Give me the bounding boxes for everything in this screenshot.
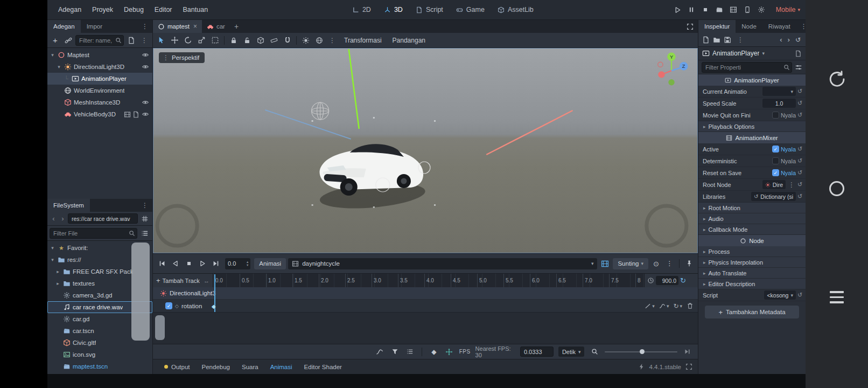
- panel-tab-output[interactable]: Output: [158, 364, 196, 370]
- filter-tracks-button[interactable]: [390, 346, 400, 357]
- android-back-button[interactable]: [827, 70, 846, 89]
- bezier-editor-button[interactable]: [375, 346, 385, 357]
- track-enabled-checkbox[interactable]: ✓: [165, 302, 172, 309]
- rotate-tool-button[interactable]: [182, 34, 194, 46]
- environment-preview-button[interactable]: [313, 34, 325, 46]
- open-docs-icon[interactable]: [795, 50, 802, 57]
- history-list-icon[interactable]: ↺: [794, 36, 802, 44]
- history-back-icon[interactable]: ‹: [50, 214, 58, 223]
- interpolation-dropdown[interactable]: ▾: [659, 303, 669, 309]
- toggle-split-mode-button[interactable]: [139, 213, 150, 224]
- fps-mode-button[interactable]: FPS: [459, 349, 471, 355]
- collapse-icon[interactable]: ▾: [50, 52, 55, 58]
- group-tracks-button[interactable]: [405, 346, 415, 357]
- filesystem-menu-icon[interactable]: ⋮: [137, 199, 152, 212]
- movie-maker-button[interactable]: [715, 5, 725, 15]
- anim-more-menu-icon[interactable]: ⋮: [664, 258, 675, 269]
- select-tool-button[interactable]: [155, 34, 167, 46]
- tab-filesystem[interactable]: FileSystem: [47, 199, 90, 212]
- menu-transformasi[interactable]: Transformasi: [339, 37, 387, 44]
- keyframe-diamond[interactable]: ◆: [212, 303, 216, 309]
- visibility-eye-icon[interactable]: [142, 63, 149, 71]
- snap-step-input[interactable]: [520, 347, 554, 357]
- ruler-tool-button[interactable]: [268, 34, 280, 46]
- view-axis-gizmo[interactable]: Y Z: [654, 51, 689, 87]
- scene-tab-maptest[interactable]: maptest ×: [153, 20, 202, 33]
- menu-pandangan[interactable]: Pandangan: [388, 37, 430, 44]
- group-process[interactable]: ▸ Process: [698, 246, 806, 257]
- scale-tool-button[interactable]: [195, 34, 208, 46]
- workspace-3d-button[interactable]: 3D: [378, 6, 409, 13]
- script-dropdown[interactable]: <kosong ▾: [764, 290, 796, 300]
- expand-bottom-panel-icon[interactable]: [685, 363, 692, 370]
- group-node-button[interactable]: [254, 34, 267, 46]
- loop-icon[interactable]: ↻: [680, 276, 686, 285]
- fs-item-maptest-tscn[interactable]: maptest.tscn: [47, 361, 152, 372]
- libraries-dictionary-button[interactable]: ↺ Dictionary (si: [751, 192, 796, 201]
- track-rotation-row[interactable]: ✓ ◇ rotation ▾ ▾ ↻▾: [153, 300, 698, 312]
- add-track-button[interactable]: +: [156, 276, 160, 285]
- preview-settings-icon[interactable]: ⋮: [326, 37, 338, 44]
- anim-skip-end-button[interactable]: [210, 258, 221, 269]
- instance-scene-button[interactable]: [62, 34, 74, 46]
- lock-node-button[interactable]: [227, 34, 240, 46]
- right-joystick-ring[interactable]: [647, 206, 687, 246]
- panel-tab-editor-shader[interactable]: Editor Shader: [298, 364, 348, 370]
- snap-keys-button[interactable]: [444, 346, 454, 357]
- viewport-3d[interactable]: ⋮ Perspektif Y Z: [153, 48, 698, 253]
- axis-neg-y-ball[interactable]: [668, 79, 674, 85]
- directional-light-gizmo[interactable]: [312, 102, 329, 120]
- anim-stop-button[interactable]: [183, 258, 194, 269]
- scene-node-maptest[interactable]: ▾ Maptest: [47, 49, 152, 61]
- revert-icon[interactable]: ↺: [796, 292, 804, 299]
- filesystem-scrollbar[interactable]: [131, 242, 150, 341]
- visibility-eye-icon[interactable]: [142, 99, 149, 106]
- close-icon[interactable]: ×: [193, 23, 197, 30]
- snap-toggle-button[interactable]: [281, 34, 293, 46]
- pan-timeline-icon[interactable]: ↔: [204, 278, 209, 284]
- run-on-device-button[interactable]: [743, 5, 753, 15]
- left-joystick-ring[interactable]: [157, 206, 197, 246]
- scene-dock-menu-icon[interactable]: ⋮: [137, 20, 152, 33]
- workspace-assetlib-button[interactable]: AssetLib: [492, 6, 540, 13]
- visibility-eye-icon[interactable]: [142, 51, 149, 59]
- axis-x-ball[interactable]: [658, 71, 664, 78]
- menu-debug[interactable]: Debug: [118, 6, 149, 13]
- sun-preview-button[interactable]: [299, 34, 312, 46]
- category-node[interactable]: Node: [698, 235, 806, 246]
- reset-on-save-checkbox[interactable]: ✓: [772, 169, 779, 176]
- revert-icon[interactable]: ↺: [796, 100, 804, 107]
- expand-icon[interactable]: ▸: [55, 269, 61, 274]
- android-recents-button[interactable]: [830, 291, 844, 303]
- group-callback-mode[interactable]: ▸ Callback Mode: [698, 224, 806, 235]
- resource-menu-icon[interactable]: ⋮: [734, 36, 746, 44]
- tab-inspektur[interactable]: Inspektur: [698, 20, 736, 33]
- scene-node-vehiclebody3d[interactable]: VehicleBody3D: [47, 108, 152, 120]
- feature-profile-button[interactable]: Mobile▾: [776, 6, 800, 13]
- revert-icon[interactable]: ↺: [796, 157, 804, 164]
- property-filter-input[interactable]: [702, 62, 792, 73]
- group-audio[interactable]: ▸ Audio: [698, 213, 806, 224]
- script-attached-icon[interactable]: [132, 111, 139, 118]
- scene-tab-car[interactable]: car: [202, 20, 230, 33]
- vehicle-car-model[interactable]: [319, 144, 426, 212]
- menu-proyek[interactable]: Proyek: [87, 6, 118, 13]
- attach-script-button[interactable]: [125, 34, 137, 46]
- revert-icon[interactable]: ↺: [796, 88, 804, 95]
- animation-length-input[interactable]: [656, 276, 678, 285]
- revert-icon[interactable]: ↺: [796, 193, 804, 200]
- collapse-icon[interactable]: ▾: [56, 64, 62, 70]
- loop-wrap-dropdown[interactable]: ↻▾: [673, 302, 682, 310]
- file-filter-input[interactable]: [50, 228, 137, 239]
- new-scene-tab-button[interactable]: +: [230, 20, 243, 33]
- delete-track-icon[interactable]: [687, 302, 694, 309]
- scene-node-meshinstance3d[interactable]: MeshInstance3D: [47, 96, 152, 108]
- category-animationplayer[interactable]: AnimationPlayer: [698, 74, 806, 86]
- new-resource-icon[interactable]: [702, 36, 710, 44]
- revert-icon[interactable]: ↺: [796, 169, 804, 176]
- expand-icon[interactable]: ▸: [55, 281, 61, 286]
- anim-play-button[interactable]: [197, 258, 208, 269]
- tab-impor[interactable]: Impor: [81, 20, 108, 33]
- play-button[interactable]: [673, 5, 683, 15]
- deterministic-checkbox[interactable]: [772, 157, 779, 164]
